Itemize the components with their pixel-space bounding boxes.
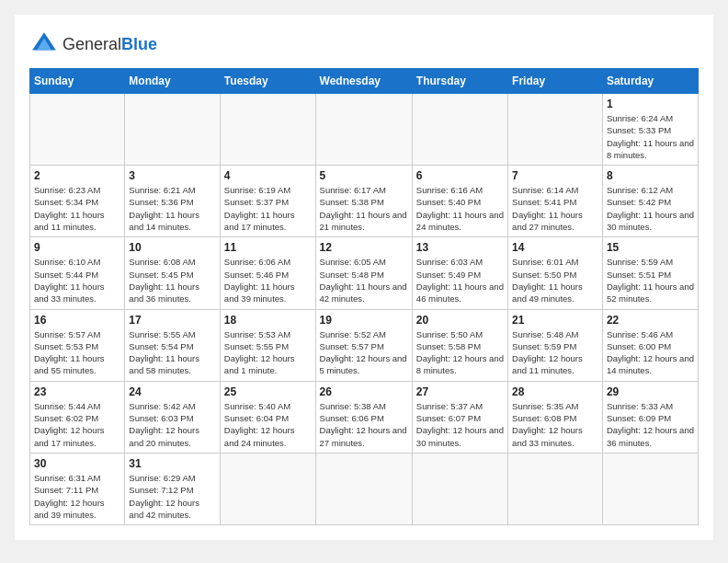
day-number: 2 — [34, 169, 120, 182]
day-number: 30 — [34, 457, 120, 470]
day-info: Sunrise: 6:05 AM Sunset: 5:48 PM Dayligh… — [320, 256, 408, 304]
day-number: 13 — [416, 241, 504, 254]
calendar-week-4: 16Sunrise: 5:57 AM Sunset: 5:53 PM Dayli… — [30, 309, 699, 381]
calendar-cell — [602, 453, 698, 524]
day-info: Sunrise: 5:44 AM Sunset: 6:02 PM Dayligh… — [34, 400, 120, 449]
day-info: Sunrise: 6:01 AM Sunset: 5:50 PM Dayligh… — [512, 256, 598, 304]
logo: GeneralBlue — [29, 29, 157, 59]
day-info: Sunrise: 6:16 AM Sunset: 5:40 PM Dayligh… — [416, 184, 504, 233]
calendar-cell — [220, 94, 315, 166]
weekday-header-row: SundayMondayTuesdayWednesdayThursdayFrid… — [30, 69, 699, 94]
calendar-cell: 31Sunrise: 6:29 AM Sunset: 7:12 PM Dayli… — [125, 453, 221, 524]
day-info: Sunrise: 5:52 AM Sunset: 5:57 PM Dayligh… — [320, 328, 408, 377]
calendar-cell: 25Sunrise: 5:40 AM Sunset: 6:04 PM Dayli… — [220, 381, 315, 453]
day-number: 24 — [129, 385, 216, 398]
day-info: Sunrise: 5:53 AM Sunset: 5:55 PM Dayligh… — [224, 328, 312, 377]
day-info: Sunrise: 5:35 AM Sunset: 6:08 PM Dayligh… — [512, 400, 598, 449]
calendar-cell: 15Sunrise: 5:59 AM Sunset: 5:51 PM Dayli… — [602, 237, 698, 309]
day-number: 10 — [129, 241, 216, 254]
day-number: 7 — [512, 169, 598, 182]
calendar-cell: 17Sunrise: 5:55 AM Sunset: 5:54 PM Dayli… — [125, 309, 221, 381]
calendar-cell — [508, 94, 603, 166]
calendar-cell: 5Sunrise: 6:17 AM Sunset: 5:38 PM Daylig… — [315, 166, 412, 237]
weekday-header-wednesday: Wednesday — [315, 69, 412, 94]
day-info: Sunrise: 6:21 AM Sunset: 5:36 PM Dayligh… — [129, 184, 216, 233]
day-number: 6 — [416, 169, 504, 182]
day-number: 15 — [607, 241, 694, 254]
day-number: 16 — [34, 314, 120, 327]
day-number: 20 — [416, 314, 504, 327]
day-info: Sunrise: 5:48 AM Sunset: 5:59 PM Dayligh… — [512, 328, 598, 377]
weekday-header-thursday: Thursday — [412, 69, 507, 94]
day-number: 19 — [320, 314, 408, 327]
day-number: 29 — [607, 385, 694, 398]
calendar-cell: 30Sunrise: 6:31 AM Sunset: 7:11 PM Dayli… — [30, 453, 125, 524]
day-info: Sunrise: 5:50 AM Sunset: 5:58 PM Dayligh… — [416, 328, 504, 377]
calendar-cell: 24Sunrise: 5:42 AM Sunset: 6:03 PM Dayli… — [125, 381, 221, 453]
day-info: Sunrise: 5:33 AM Sunset: 6:09 PM Dayligh… — [607, 400, 694, 449]
day-number: 28 — [512, 385, 598, 398]
calendar-cell: 9Sunrise: 6:10 AM Sunset: 5:44 PM Daylig… — [30, 237, 125, 309]
calendar-cell: 4Sunrise: 6:19 AM Sunset: 5:37 PM Daylig… — [220, 166, 315, 237]
day-number: 27 — [416, 385, 504, 398]
day-number: 9 — [34, 241, 120, 254]
day-info: Sunrise: 6:24 AM Sunset: 5:33 PM Dayligh… — [607, 112, 694, 161]
header: GeneralBlue — [29, 29, 699, 59]
calendar-cell — [220, 453, 315, 524]
calendar-page: GeneralBlue SundayMondayTuesdayWednesday… — [15, 15, 713, 540]
day-info: Sunrise: 5:38 AM Sunset: 6:06 PM Dayligh… — [320, 400, 408, 449]
logo-text: GeneralBlue — [63, 35, 157, 54]
calendar-week-1: 1Sunrise: 6:24 AM Sunset: 5:33 PM Daylig… — [30, 94, 699, 166]
day-number: 14 — [512, 241, 598, 254]
day-info: Sunrise: 6:10 AM Sunset: 5:44 PM Dayligh… — [34, 256, 120, 304]
day-info: Sunrise: 6:31 AM Sunset: 7:11 PM Dayligh… — [34, 472, 120, 521]
calendar-cell: 19Sunrise: 5:52 AM Sunset: 5:57 PM Dayli… — [315, 309, 412, 381]
calendar-cell: 8Sunrise: 6:12 AM Sunset: 5:42 PM Daylig… — [602, 166, 698, 237]
calendar-cell — [30, 94, 125, 166]
day-info: Sunrise: 6:06 AM Sunset: 5:46 PM Dayligh… — [224, 256, 312, 304]
calendar-cell: 26Sunrise: 5:38 AM Sunset: 6:06 PM Dayli… — [315, 381, 412, 453]
day-info: Sunrise: 5:55 AM Sunset: 5:54 PM Dayligh… — [129, 328, 216, 377]
calendar-cell: 6Sunrise: 6:16 AM Sunset: 5:40 PM Daylig… — [412, 166, 507, 237]
calendar-cell: 11Sunrise: 6:06 AM Sunset: 5:46 PM Dayli… — [220, 237, 315, 309]
weekday-header-friday: Friday — [508, 69, 603, 94]
day-number: 11 — [224, 241, 312, 254]
calendar-cell: 27Sunrise: 5:37 AM Sunset: 6:07 PM Dayli… — [412, 381, 507, 453]
weekday-header-sunday: Sunday — [30, 69, 125, 94]
day-info: Sunrise: 5:37 AM Sunset: 6:07 PM Dayligh… — [416, 400, 504, 449]
day-number: 31 — [129, 457, 216, 470]
day-info: Sunrise: 5:42 AM Sunset: 6:03 PM Dayligh… — [129, 400, 216, 449]
weekday-header-tuesday: Tuesday — [220, 69, 315, 94]
day-info: Sunrise: 5:57 AM Sunset: 5:53 PM Dayligh… — [34, 328, 120, 377]
day-number: 1 — [607, 98, 694, 110]
day-info: Sunrise: 6:29 AM Sunset: 7:12 PM Dayligh… — [129, 472, 216, 521]
day-info: Sunrise: 6:23 AM Sunset: 5:34 PM Dayligh… — [34, 184, 120, 233]
calendar-cell: 7Sunrise: 6:14 AM Sunset: 5:41 PM Daylig… — [508, 166, 603, 237]
calendar-cell: 13Sunrise: 6:03 AM Sunset: 5:49 PM Dayli… — [412, 237, 507, 309]
calendar-cell — [315, 94, 412, 166]
calendar-cell: 16Sunrise: 5:57 AM Sunset: 5:53 PM Dayli… — [30, 309, 125, 381]
calendar-cell — [412, 453, 507, 524]
day-number: 8 — [607, 169, 694, 182]
calendar-week-5: 23Sunrise: 5:44 AM Sunset: 6:02 PM Dayli… — [30, 381, 699, 453]
calendar-week-2: 2Sunrise: 6:23 AM Sunset: 5:34 PM Daylig… — [30, 166, 699, 237]
calendar-cell: 29Sunrise: 5:33 AM Sunset: 6:09 PM Dayli… — [602, 381, 698, 453]
calendar-cell: 20Sunrise: 5:50 AM Sunset: 5:58 PM Dayli… — [412, 309, 507, 381]
day-info: Sunrise: 6:08 AM Sunset: 5:45 PM Dayligh… — [129, 256, 216, 304]
day-info: Sunrise: 6:19 AM Sunset: 5:37 PM Dayligh… — [224, 184, 312, 233]
day-number: 17 — [129, 314, 216, 327]
calendar-cell — [412, 94, 507, 166]
weekday-header-monday: Monday — [125, 69, 221, 94]
calendar-cell: 2Sunrise: 6:23 AM Sunset: 5:34 PM Daylig… — [30, 166, 125, 237]
general-blue-logo-icon — [29, 29, 59, 59]
calendar-cell — [508, 453, 603, 524]
day-number: 21 — [512, 314, 598, 327]
weekday-header-saturday: Saturday — [602, 69, 698, 94]
day-info: Sunrise: 6:03 AM Sunset: 5:49 PM Dayligh… — [416, 256, 504, 304]
calendar-cell: 1Sunrise: 6:24 AM Sunset: 5:33 PM Daylig… — [602, 94, 698, 166]
day-info: Sunrise: 6:12 AM Sunset: 5:42 PM Dayligh… — [607, 184, 694, 233]
day-info: Sunrise: 5:40 AM Sunset: 6:04 PM Dayligh… — [224, 400, 312, 449]
calendar-cell: 12Sunrise: 6:05 AM Sunset: 5:48 PM Dayli… — [315, 237, 412, 309]
day-number: 4 — [224, 169, 312, 182]
calendar-cell: 23Sunrise: 5:44 AM Sunset: 6:02 PM Dayli… — [30, 381, 125, 453]
